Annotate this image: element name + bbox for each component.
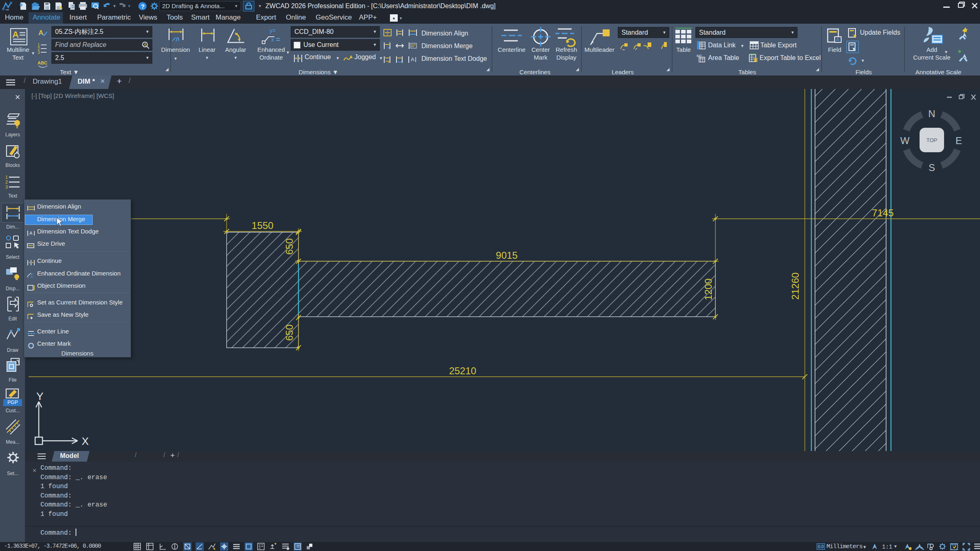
svg-text:▼: ▼ — [113, 4, 116, 8]
svg-text:650: 650 — [284, 324, 295, 341]
svg-text:650: 650 — [284, 238, 295, 255]
svg-text:25210: 25210 — [449, 365, 477, 376]
svg-text:A: A — [411, 56, 414, 62]
svg-text:y=: y= — [270, 27, 276, 34]
svg-text:A: A — [38, 29, 43, 37]
svg-text:1: 1 — [5, 175, 8, 180]
svg-text:?: ? — [141, 3, 145, 10]
svg-text:x: x — [271, 36, 274, 43]
svg-text:21260: 21260 — [790, 273, 801, 300]
svg-text:A: A — [143, 42, 147, 47]
svg-text:x=: x= — [31, 275, 34, 279]
svg-text:ABC: ABC — [38, 60, 47, 65]
svg-text:E: E — [956, 135, 962, 146]
svg-text:A: A — [12, 29, 19, 40]
svg-text:A: A — [29, 231, 33, 236]
svg-text:1550: 1550 — [252, 220, 273, 231]
svg-text:X: X — [82, 435, 89, 447]
svg-text:▼: ▼ — [127, 4, 131, 8]
svg-text:7145: 7145 — [872, 207, 893, 218]
svg-text:A: A — [836, 37, 840, 42]
svg-text:N: N — [928, 108, 935, 119]
svg-text:2: 2 — [5, 180, 8, 184]
svg-text:TOP: TOP — [927, 137, 938, 143]
svg-text:S: S — [929, 162, 935, 173]
svg-text:1:1: 1:1 — [882, 544, 892, 550]
svg-text:Y: Y — [36, 390, 43, 402]
svg-text:3: 3 — [5, 184, 8, 189]
svg-text:▼: ▼ — [893, 544, 898, 549]
svg-text:9015: 9015 — [496, 250, 517, 261]
svg-text:3: 3 — [38, 50, 40, 55]
svg-text:1200: 1200 — [703, 278, 714, 300]
svg-text:W: W — [900, 135, 910, 146]
